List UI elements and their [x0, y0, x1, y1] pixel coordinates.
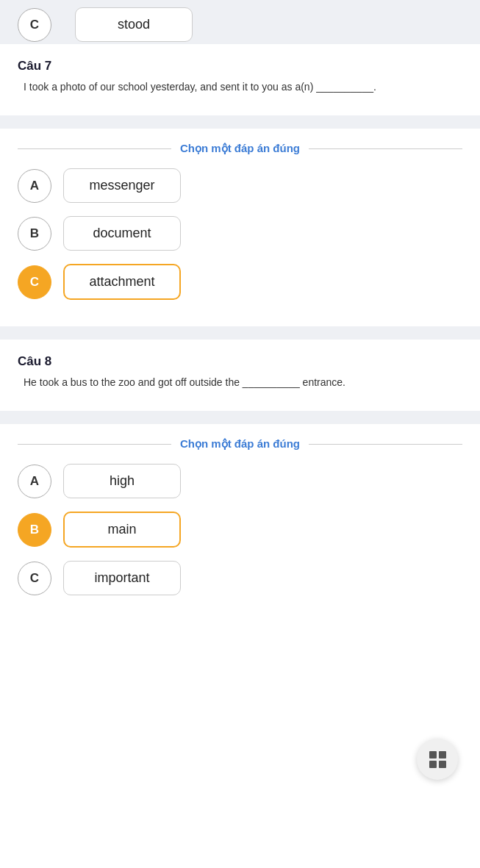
question7-option-a-box[interactable]: messenger: [63, 168, 181, 203]
question7-answers: Chọn một đáp án đúng A messenger B docum…: [0, 142, 480, 326]
question8-answer-a-row[interactable]: A high: [18, 464, 462, 498]
question7-option-c-box[interactable]: attachment: [63, 264, 181, 300]
question7-option-b-circle[interactable]: B: [18, 217, 51, 251]
question7-answer-b-row[interactable]: B document: [18, 216, 462, 251]
grid-cell-2: [439, 751, 446, 758]
question7-choose-label: Chọn một đáp án đúng: [171, 142, 309, 155]
question8-section: Câu 8 He took a bus to the zoo and got o…: [0, 340, 480, 398]
separator-strip: [0, 326, 480, 340]
question8-option-b-box[interactable]: main: [63, 512, 181, 548]
question8-answers: Chọn một đáp án đúng A high B main C imp…: [0, 437, 480, 622]
choose-line-left2: [18, 444, 171, 445]
choose-line-left: [18, 148, 171, 149]
question7-option-a-circle[interactable]: A: [18, 169, 51, 203]
question8-choose-label: Chọn một đáp án đúng: [171, 437, 309, 451]
question8-option-a-box[interactable]: high: [63, 464, 181, 498]
choose-line-right: [309, 148, 462, 149]
fab-menu-button[interactable]: [417, 739, 458, 780]
prev-answer-c-circle: C: [18, 8, 51, 42]
top-strip: C stood: [0, 0, 480, 44]
question7-divider: [0, 115, 480, 129]
question7-option-b-box[interactable]: document: [63, 216, 181, 251]
question8-option-b-circle[interactable]: B: [18, 513, 51, 547]
question8-answer-b-row[interactable]: B main: [18, 512, 462, 548]
question7-title: Câu 7: [18, 59, 462, 73]
question8-text: He took a bus to the zoo and got off out…: [24, 375, 462, 390]
grid-cell-1: [429, 751, 437, 758]
question8-divider: [0, 411, 480, 424]
question8-option-c-circle[interactable]: C: [18, 562, 51, 595]
grid-cell-3: [429, 761, 437, 768]
question7-answer-c-row[interactable]: C attachment: [18, 264, 462, 300]
question8-answer-c-row[interactable]: C important: [18, 561, 462, 595]
question8-option-a-circle[interactable]: A: [18, 465, 51, 498]
choose-line-right2: [309, 444, 462, 445]
question7-text: I took a photo of our school yesterday, …: [24, 79, 462, 95]
prev-answer-c-box: stood: [75, 7, 193, 42]
question8-title: Câu 8: [18, 354, 462, 369]
grid-cell-4: [439, 761, 446, 768]
question8-choose-row: Chọn một đáp án đúng: [18, 437, 462, 451]
question7-choose-row: Chọn một đáp án đúng: [18, 142, 462, 155]
question7-answer-a-row[interactable]: A messenger: [18, 168, 462, 203]
grid-icon: [429, 751, 446, 768]
question8-option-c-box[interactable]: important: [63, 561, 181, 595]
question7-option-c-circle[interactable]: C: [18, 265, 51, 299]
question7-section: Câu 7 I took a photo of our school yeste…: [0, 44, 480, 102]
